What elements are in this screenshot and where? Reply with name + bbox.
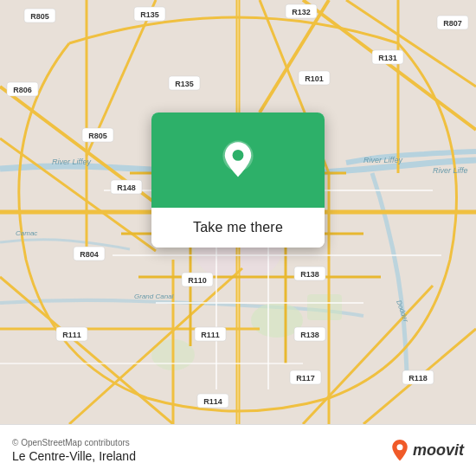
- svg-text:R118: R118: [408, 374, 428, 383]
- svg-text:River Liffey: River Liffey: [52, 158, 92, 166]
- svg-text:R117: R117: [296, 374, 315, 383]
- location-pin-icon: [217, 139, 259, 181]
- svg-text:R805: R805: [30, 12, 49, 21]
- svg-text:River Liffey: River Liffey: [363, 156, 403, 164]
- svg-text:River Liffe: River Liffe: [433, 166, 468, 175]
- svg-point-80: [233, 150, 244, 161]
- svg-text:R148: R148: [117, 183, 136, 192]
- location-name: Le Centre-Ville, Ireland: [12, 449, 136, 463]
- popup-header: [151, 113, 325, 208]
- svg-text:R138: R138: [300, 270, 319, 279]
- svg-text:R110: R110: [188, 276, 207, 285]
- copyright-text: © OpenStreetMap contributors: [12, 438, 136, 447]
- svg-text:R807: R807: [443, 19, 462, 28]
- bottom-bar: © OpenStreetMap contributors Le Centre-V…: [0, 424, 476, 476]
- svg-text:R101: R101: [305, 74, 324, 83]
- svg-point-81: [396, 444, 402, 450]
- location-info: © OpenStreetMap contributors Le Centre-V…: [12, 438, 136, 463]
- svg-text:R135: R135: [175, 80, 194, 88]
- moovit-logo: moovit: [390, 439, 464, 463]
- map-container: R805 R135 R132 R807 R806 R135 R101 R131 …: [0, 0, 476, 424]
- svg-text:R805: R805: [88, 132, 107, 140]
- svg-text:R135: R135: [140, 10, 159, 19]
- popup-card: Take me there: [151, 113, 325, 248]
- svg-text:Grand Canal: Grand Canal: [134, 293, 174, 300]
- svg-text:R111: R111: [62, 331, 81, 339]
- svg-text:R138: R138: [300, 331, 319, 339]
- moovit-pin-icon: [390, 439, 409, 463]
- svg-text:R132: R132: [292, 8, 311, 16]
- svg-rect-3: [307, 294, 342, 320]
- svg-text:R806: R806: [13, 86, 32, 94]
- take-me-there-button[interactable]: Take me there: [151, 208, 325, 248]
- svg-text:Camac: Camac: [16, 229, 37, 237]
- moovit-brand-text: moovit: [413, 441, 464, 460]
- svg-text:R111: R111: [201, 331, 220, 339]
- svg-text:R131: R131: [378, 54, 397, 62]
- svg-text:R804: R804: [80, 250, 99, 259]
- svg-text:R114: R114: [203, 397, 222, 406]
